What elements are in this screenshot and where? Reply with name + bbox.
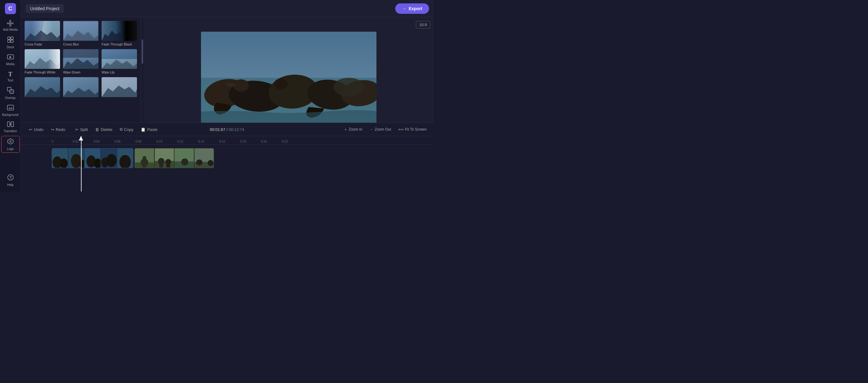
sidebar-item-background[interactable]: Background: [1, 103, 20, 118]
clip-sealion[interactable]: [52, 148, 133, 168]
sidebar-help[interactable]: Help: [6, 172, 15, 188]
svg-rect-6: [10, 90, 13, 94]
transition-item-extra3[interactable]: [101, 77, 137, 99]
sidebar-item-logo[interactable]: Logo: [1, 136, 20, 153]
split-label: Split: [80, 127, 88, 132]
ruler-mark-008: 0:08: [135, 140, 156, 143]
svg-point-26: [60, 158, 68, 168]
svg-rect-1: [11, 37, 13, 39]
svg-rect-48: [166, 162, 170, 167]
help-icon: [7, 174, 14, 182]
svg-rect-44: [155, 161, 174, 168]
transition-item-wipe-up[interactable]: Wipe Up: [101, 49, 137, 74]
timeline-tracks: [21, 145, 434, 192]
fit-to-screen-button[interactable]: ⟺ Fit To Screen: [396, 126, 429, 133]
zoom-out-button[interactable]: － Zoom Out: [367, 126, 393, 133]
svg-point-20: [274, 78, 288, 90]
svg-rect-46: [159, 161, 163, 168]
copy-icon: ⧉: [120, 127, 123, 132]
zoom-in-label: Zoom In: [349, 127, 362, 132]
delete-label: Delete: [101, 127, 112, 132]
sidebar-label-stock: Stock: [6, 45, 14, 49]
cross-blur-label: Cross Blur: [63, 42, 98, 46]
transition-item-cross-blur[interactable]: Cross Blur: [63, 21, 98, 46]
paste-button[interactable]: 📋 Paste: [137, 126, 160, 133]
project-title[interactable]: Untitled Project: [26, 4, 64, 13]
zoom-in-icon: ＋: [344, 127, 347, 132]
sidebar-item-text[interactable]: T Text: [1, 69, 20, 84]
app-logo[interactable]: C: [5, 3, 16, 14]
background-icon: [7, 105, 14, 112]
export-label: Export: [409, 6, 422, 11]
undo-button[interactable]: ↩ Undo: [26, 126, 46, 133]
clip-elephant[interactable]: [134, 148, 214, 168]
cross-blur-thumb: [63, 21, 98, 41]
transition-item-fade-through-white[interactable]: Fade Through White: [25, 49, 60, 74]
zoom-out-label: Zoom Out: [375, 127, 391, 132]
transition-item-extra1[interactable]: [25, 77, 60, 99]
current-time: 00:01:67: [210, 127, 225, 132]
svg-point-42: [143, 156, 147, 161]
panel-scrollbar[interactable]: [141, 17, 144, 123]
cross-fade-label: Cross Fade: [25, 42, 60, 46]
playhead-line: [81, 145, 82, 192]
sidebar-item-add-media[interactable]: ➕ Add Media: [1, 18, 20, 33]
export-button[interactable]: → Export: [395, 3, 429, 14]
extra2-thumb: [63, 77, 98, 97]
svg-rect-7: [7, 105, 13, 110]
redo-button[interactable]: ↪ Redo: [48, 126, 68, 133]
svg-point-55: [208, 160, 213, 166]
sidebar-label-text: Text: [7, 79, 13, 82]
sidebar-label-media: Media: [6, 62, 14, 66]
undo-label: Undo: [34, 127, 43, 132]
fade-white-thumb: [25, 49, 60, 69]
transitions-panel: Cross Fade Cross Blur: [21, 17, 141, 123]
sea-lion-scene: [201, 32, 376, 123]
svg-point-19: [233, 79, 249, 92]
transition-item-fade-through-black[interactable]: Fade Through Black: [101, 21, 137, 46]
sidebar-item-overlay[interactable]: Overlay: [1, 85, 20, 101]
sidebar-item-stock[interactable]: Stock: [1, 34, 20, 51]
wipe-up-label: Wipe Up: [101, 70, 137, 74]
svg-point-51: [181, 158, 188, 165]
sidebar-item-transition[interactable]: Transition: [1, 119, 20, 135]
cross-fade-thumb: [25, 21, 60, 41]
split-button[interactable]: ✂ Split: [72, 126, 91, 133]
add-media-icon: ➕: [6, 20, 14, 27]
fade-white-label: Fade Through White: [25, 70, 60, 74]
redo-icon: ↪: [51, 127, 54, 132]
ruler-mark-006: 0:06: [115, 140, 135, 143]
playhead-diamond: [79, 136, 83, 140]
sidebar-label-add-media: Add Media: [3, 28, 18, 31]
ruler-mark-020: 0:20: [261, 140, 282, 143]
sidebar-label-logo: Logo: [7, 147, 13, 151]
transition-item-wipe-down[interactable]: Wipe Down: [63, 49, 98, 74]
zoom-in-button[interactable]: ＋ Zoom In: [341, 126, 365, 133]
video-preview: [201, 32, 376, 123]
ruler-mark-0: 0: [52, 140, 73, 143]
copy-button[interactable]: ⧉ Copy: [117, 126, 136, 133]
paste-label: Paste: [147, 127, 157, 132]
main-track: [52, 147, 214, 169]
fade-black-thumb: [101, 21, 137, 41]
zoom-controls: ＋ Zoom In － Zoom Out ⟺ Fit To Screen: [341, 126, 429, 133]
topbar: Untitled Project → Export: [21, 0, 434, 17]
text-icon: T: [8, 71, 12, 78]
svg-rect-9: [11, 122, 13, 127]
fit-icon: ⟺: [398, 127, 404, 132]
preview-top-bar: 16:9: [147, 21, 430, 29]
svg-point-23: [333, 78, 364, 96]
ruler-mark-016: 0:16: [219, 140, 240, 143]
scroll-thumb: [142, 39, 143, 64]
delete-button[interactable]: 🗑 Delete: [92, 126, 116, 133]
transitions-grid: Cross Fade Cross Blur: [25, 21, 137, 99]
aspect-ratio-badge: 16:9: [416, 21, 430, 29]
transition-item-extra2[interactable]: [63, 77, 98, 99]
time-display: 00:01:67 / 00:12:74: [210, 127, 244, 132]
stock-icon: [7, 36, 14, 44]
sidebar-item-media[interactable]: Media: [1, 52, 20, 68]
transition-item-cross-fade[interactable]: Cross Fade: [25, 21, 60, 46]
svg-rect-8: [7, 122, 10, 127]
time-separator: /: [226, 127, 229, 132]
transition-icon: [7, 121, 14, 129]
